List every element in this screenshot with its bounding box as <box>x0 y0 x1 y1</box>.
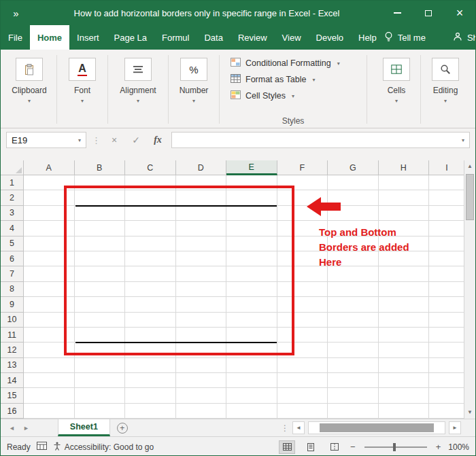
cell-D16[interactable] <box>176 404 227 419</box>
row-header-2[interactable]: 2 <box>1 190 24 205</box>
cell-G10[interactable] <box>328 313 379 328</box>
row-header-12[interactable]: 12 <box>1 343 24 357</box>
cell-B15[interactable] <box>75 388 126 403</box>
close-button[interactable]: × <box>444 1 475 25</box>
cell-I14[interactable] <box>429 373 465 388</box>
scrollbar-resize-dots[interactable]: ⋮ <box>281 423 289 433</box>
page-layout-view-button[interactable] <box>303 440 319 454</box>
cell-F14[interactable] <box>277 373 328 388</box>
row-header-10[interactable]: 10 <box>1 313 24 328</box>
tab-insert[interactable]: Insert <box>69 25 107 50</box>
zoom-out-button[interactable]: − <box>350 442 356 452</box>
cell-styles-button[interactable]: Cell Styles ▾ <box>231 88 357 104</box>
cell-I8[interactable] <box>429 282 465 297</box>
column-header-G[interactable]: G <box>328 160 379 175</box>
conditional-formatting-button[interactable]: Conditional Formatting ▾ <box>231 55 357 71</box>
cell-E16[interactable] <box>226 404 277 419</box>
column-header-C[interactable]: C <box>125 160 176 175</box>
tab-developer[interactable]: Develo <box>309 25 351 50</box>
cell-G1[interactable] <box>328 175 379 190</box>
cell-I1[interactable] <box>429 175 465 190</box>
cell-F16[interactable] <box>277 404 328 419</box>
cell-I11[interactable] <box>429 328 465 343</box>
cell-G8[interactable] <box>328 282 379 297</box>
formula-bar-expand-icon[interactable]: ▾ <box>462 137 464 143</box>
vertical-scrollbar-thumb[interactable] <box>466 174 474 220</box>
zoom-slider[interactable] <box>364 446 427 448</box>
sheet-nav-left-icon[interactable]: ◄ <box>9 425 15 432</box>
cell-C13[interactable] <box>125 358 176 373</box>
page-break-view-button[interactable] <box>326 440 343 454</box>
alignment-group[interactable]: Alignment ▾ <box>111 51 165 128</box>
cell-I10[interactable] <box>429 313 465 328</box>
cell-H2[interactable] <box>379 190 430 205</box>
row-header-5[interactable]: 5 <box>1 236 24 251</box>
cell-B13[interactable] <box>75 358 126 373</box>
number-dropdown-icon[interactable]: ▾ <box>192 98 195 104</box>
clipboard-dropdown-icon[interactable]: ▾ <box>28 98 31 104</box>
row-header-6[interactable]: 6 <box>1 251 24 266</box>
cell-G15[interactable] <box>328 388 379 403</box>
tab-review[interactable]: Review <box>231 25 275 50</box>
scroll-up-icon[interactable]: ▲ <box>464 160 475 173</box>
scroll-right-icon[interactable]: ► <box>449 421 461 434</box>
cell-I6[interactable] <box>429 251 465 266</box>
editing-group[interactable]: Editing ▾ <box>424 51 467 128</box>
row-header-15[interactable]: 15 <box>1 388 24 403</box>
cell-G13[interactable] <box>328 358 379 373</box>
scroll-down-icon[interactable]: ▼ <box>464 406 475 419</box>
cell-I9[interactable] <box>429 297 465 312</box>
horizontal-scrollbar-thumb[interactable] <box>320 423 434 432</box>
clipboard-group[interactable]: Clipboard ▾ <box>5 51 54 128</box>
row-header-1[interactable]: 1 <box>1 175 24 190</box>
row-header-16[interactable]: 16 <box>1 404 24 419</box>
alignment-dropdown-icon[interactable]: ▾ <box>137 98 139 104</box>
column-header-F[interactable]: F <box>277 160 328 175</box>
vertical-scrollbar[interactable]: ▲ ▼ <box>464 160 475 419</box>
cell-H3[interactable] <box>379 206 430 221</box>
cell-E14[interactable] <box>226 373 277 388</box>
row-header-7[interactable]: 7 <box>1 266 24 281</box>
tab-page-layout[interactable]: Page La <box>107 25 154 50</box>
row-header-3[interactable]: 3 <box>1 206 24 221</box>
cell-I16[interactable] <box>429 404 465 419</box>
macro-record-icon[interactable] <box>37 442 47 452</box>
tell-me-box[interactable]: Tell me <box>384 31 426 44</box>
row-header-14[interactable]: 14 <box>1 373 24 388</box>
cell-I13[interactable] <box>429 358 465 373</box>
confirm-entry-icon[interactable]: ✓ <box>128 135 144 145</box>
zoom-slider-thumb[interactable] <box>393 443 396 451</box>
horizontal-scrollbar[interactable] <box>308 421 445 434</box>
ribbon-pin-icon[interactable]: » <box>1 7 32 19</box>
cell-I4[interactable] <box>429 221 465 236</box>
cell-G16[interactable] <box>328 404 379 419</box>
cells-dropdown-icon[interactable]: ▾ <box>395 98 398 104</box>
cell-H8[interactable] <box>379 282 430 297</box>
cell-H13[interactable] <box>379 358 430 373</box>
tab-home[interactable]: Home <box>30 25 69 50</box>
cell-B14[interactable] <box>75 373 126 388</box>
cell-D15[interactable] <box>176 388 227 403</box>
cell-E13[interactable] <box>226 358 277 373</box>
cell-G11[interactable] <box>328 328 379 343</box>
zoom-in-button[interactable]: + <box>436 442 441 452</box>
cell-A14[interactable] <box>24 373 75 388</box>
row-header-13[interactable]: 13 <box>1 358 24 373</box>
cell-H16[interactable] <box>379 404 430 419</box>
cell-G12[interactable] <box>328 343 379 357</box>
new-sheet-button[interactable]: + <box>117 423 128 434</box>
cell-C14[interactable] <box>125 373 176 388</box>
cell-C15[interactable] <box>125 388 176 403</box>
row-header-9[interactable]: 9 <box>1 297 24 312</box>
row-header-8[interactable]: 8 <box>1 282 24 297</box>
cell-E15[interactable] <box>226 388 277 403</box>
font-group[interactable]: A Font ▾ <box>60 51 105 128</box>
cells-group[interactable]: Cells ▾ <box>375 51 418 128</box>
cell-I15[interactable] <box>429 388 465 403</box>
cancel-entry-icon[interactable]: × <box>106 135 122 145</box>
select-all-corner[interactable] <box>1 160 24 175</box>
cell-I2[interactable] <box>429 190 465 205</box>
cell-I12[interactable] <box>429 343 465 357</box>
name-box-dropdown-icon[interactable]: ▾ <box>78 137 81 143</box>
minimize-button[interactable] <box>381 1 413 25</box>
